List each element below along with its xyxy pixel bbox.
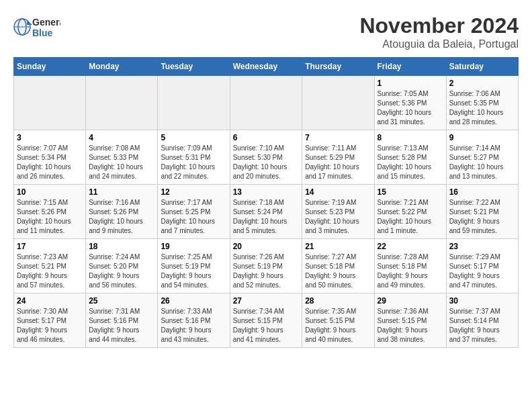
- calendar-cell: 22Sunrise: 7:28 AM Sunset: 5:18 PM Dayli…: [374, 239, 446, 293]
- day-number: 19: [161, 242, 226, 251]
- calendar-cell: [230, 76, 302, 130]
- calendar-cell: 5Sunrise: 7:09 AM Sunset: 5:31 PM Daylig…: [158, 130, 230, 185]
- day-number: 16: [449, 187, 515, 197]
- day-number: 24: [17, 296, 83, 306]
- weekday-header-wednesday: Wednesday: [230, 58, 302, 76]
- calendar-header: SundayMondayTuesdayWednesdayThursdayFrid…: [14, 58, 519, 76]
- day-info: Sunrise: 7:13 AM Sunset: 5:28 PM Dayligh…: [378, 144, 443, 181]
- day-info: Sunrise: 7:37 AM Sunset: 5:14 PM Dayligh…: [449, 307, 515, 345]
- day-info: Sunrise: 7:05 AM Sunset: 5:36 PM Dayligh…: [378, 89, 443, 127]
- svg-text:General: General: [32, 17, 60, 28]
- day-info: Sunrise: 7:28 AM Sunset: 5:18 PM Dayligh…: [378, 253, 443, 290]
- day-info: Sunrise: 7:21 AM Sunset: 5:22 PM Dayligh…: [378, 198, 443, 236]
- day-number: 28: [305, 296, 371, 306]
- day-info: Sunrise: 7:11 AM Sunset: 5:29 PM Dayligh…: [305, 144, 371, 181]
- svg-text:Blue: Blue: [32, 28, 53, 38]
- calendar-cell: [302, 76, 374, 130]
- calendar-cell: 14Sunrise: 7:19 AM Sunset: 5:23 PM Dayli…: [302, 185, 374, 239]
- title-area: November 2024 Atouguia da Baleia, Portug…: [359, 13, 519, 50]
- day-number: 9: [449, 133, 515, 142]
- day-info: Sunrise: 7:35 AM Sunset: 5:15 PM Dayligh…: [305, 307, 371, 345]
- day-number: 5: [161, 133, 226, 142]
- day-info: Sunrise: 7:23 AM Sunset: 5:21 PM Dayligh…: [17, 253, 83, 290]
- day-info: Sunrise: 7:19 AM Sunset: 5:23 PM Dayligh…: [305, 198, 371, 236]
- calendar-cell: 11Sunrise: 7:16 AM Sunset: 5:26 PM Dayli…: [86, 185, 158, 239]
- calendar-cell: 16Sunrise: 7:22 AM Sunset: 5:21 PM Dayli…: [446, 185, 518, 239]
- calendar-cell: 8Sunrise: 7:13 AM Sunset: 5:28 PM Daylig…: [374, 130, 446, 185]
- day-number: 17: [17, 242, 83, 251]
- day-info: Sunrise: 7:16 AM Sunset: 5:26 PM Dayligh…: [89, 198, 154, 236]
- day-number: 8: [378, 133, 443, 142]
- calendar-body: 1Sunrise: 7:05 AM Sunset: 5:36 PM Daylig…: [14, 76, 519, 348]
- calendar-cell: 26Sunrise: 7:33 AM Sunset: 5:16 PM Dayli…: [158, 293, 230, 348]
- day-number: 14: [305, 187, 371, 197]
- day-info: Sunrise: 7:14 AM Sunset: 5:27 PM Dayligh…: [449, 144, 515, 181]
- calendar-week-1: 1Sunrise: 7:05 AM Sunset: 5:36 PM Daylig…: [14, 76, 519, 130]
- day-info: Sunrise: 7:17 AM Sunset: 5:25 PM Dayligh…: [161, 198, 226, 236]
- calendar-week-4: 17Sunrise: 7:23 AM Sunset: 5:21 PM Dayli…: [14, 239, 519, 293]
- calendar-cell: 27Sunrise: 7:34 AM Sunset: 5:15 PM Dayli…: [230, 293, 302, 348]
- day-info: Sunrise: 7:33 AM Sunset: 5:16 PM Dayligh…: [161, 307, 226, 345]
- calendar-cell: 1Sunrise: 7:05 AM Sunset: 5:36 PM Daylig…: [374, 76, 446, 130]
- calendar-cell: 12Sunrise: 7:17 AM Sunset: 5:25 PM Dayli…: [158, 185, 230, 239]
- day-number: 25: [89, 296, 154, 306]
- calendar-cell: 10Sunrise: 7:15 AM Sunset: 5:26 PM Dayli…: [14, 185, 86, 239]
- calendar-cell: 3Sunrise: 7:07 AM Sunset: 5:34 PM Daylig…: [14, 130, 86, 185]
- calendar-cell: 18Sunrise: 7:24 AM Sunset: 5:20 PM Dayli…: [86, 239, 158, 293]
- weekday-header-monday: Monday: [86, 58, 158, 76]
- calendar-cell: 15Sunrise: 7:21 AM Sunset: 5:22 PM Dayli…: [374, 185, 446, 239]
- calendar-cell: 4Sunrise: 7:08 AM Sunset: 5:33 PM Daylig…: [86, 130, 158, 185]
- day-number: 13: [233, 187, 300, 197]
- weekday-header-thursday: Thursday: [302, 58, 374, 76]
- calendar-cell: 9Sunrise: 7:14 AM Sunset: 5:27 PM Daylig…: [446, 130, 518, 185]
- day-number: 4: [89, 133, 154, 142]
- day-number: 23: [449, 242, 515, 251]
- calendar-cell: [14, 76, 86, 130]
- day-info: Sunrise: 7:06 AM Sunset: 5:35 PM Dayligh…: [449, 89, 515, 127]
- day-info: Sunrise: 7:10 AM Sunset: 5:30 PM Dayligh…: [233, 144, 300, 181]
- page-header: GeneralBlue November 2024 Atouguia da Ba…: [13, 13, 519, 50]
- day-number: 15: [378, 187, 443, 197]
- day-info: Sunrise: 7:26 AM Sunset: 5:19 PM Dayligh…: [233, 253, 300, 290]
- day-number: 2: [449, 79, 515, 88]
- day-info: Sunrise: 7:08 AM Sunset: 5:33 PM Dayligh…: [89, 144, 154, 181]
- calendar-cell: 7Sunrise: 7:11 AM Sunset: 5:29 PM Daylig…: [302, 130, 374, 185]
- day-number: 1: [378, 79, 443, 88]
- calendar-cell: 29Sunrise: 7:36 AM Sunset: 5:15 PM Dayli…: [374, 293, 446, 348]
- day-number: 6: [233, 133, 300, 142]
- day-number: 29: [378, 296, 443, 306]
- weekday-header-tuesday: Tuesday: [158, 58, 230, 76]
- day-info: Sunrise: 7:29 AM Sunset: 5:17 PM Dayligh…: [449, 253, 515, 290]
- day-number: 21: [305, 242, 371, 251]
- day-info: Sunrise: 7:22 AM Sunset: 5:21 PM Dayligh…: [449, 198, 515, 236]
- day-info: Sunrise: 7:36 AM Sunset: 5:15 PM Dayligh…: [378, 307, 443, 345]
- location-subtitle: Atouguia da Baleia, Portugal: [359, 38, 519, 50]
- day-info: Sunrise: 7:27 AM Sunset: 5:18 PM Dayligh…: [305, 253, 371, 290]
- weekday-header-sunday: Sunday: [14, 58, 86, 76]
- month-title: November 2024: [359, 13, 519, 38]
- calendar-cell: 21Sunrise: 7:27 AM Sunset: 5:18 PM Dayli…: [302, 239, 374, 293]
- day-info: Sunrise: 7:30 AM Sunset: 5:17 PM Dayligh…: [17, 307, 83, 345]
- calendar-cell: 6Sunrise: 7:10 AM Sunset: 5:30 PM Daylig…: [230, 130, 302, 185]
- calendar-cell: 19Sunrise: 7:25 AM Sunset: 5:19 PM Dayli…: [158, 239, 230, 293]
- day-info: Sunrise: 7:18 AM Sunset: 5:24 PM Dayligh…: [233, 198, 300, 236]
- day-number: 18: [89, 242, 154, 251]
- calendar-week-5: 24Sunrise: 7:30 AM Sunset: 5:17 PM Dayli…: [14, 293, 519, 348]
- calendar-cell: [86, 76, 158, 130]
- day-number: 22: [378, 242, 443, 251]
- calendar-cell: 25Sunrise: 7:31 AM Sunset: 5:16 PM Dayli…: [86, 293, 158, 348]
- day-number: 7: [305, 133, 371, 142]
- day-number: 10: [17, 187, 83, 197]
- calendar-cell: 2Sunrise: 7:06 AM Sunset: 5:35 PM Daylig…: [446, 76, 518, 130]
- day-info: Sunrise: 7:25 AM Sunset: 5:19 PM Dayligh…: [161, 253, 226, 290]
- calendar-week-2: 3Sunrise: 7:07 AM Sunset: 5:34 PM Daylig…: [14, 130, 519, 185]
- day-number: 11: [89, 187, 154, 197]
- weekday-header-row: SundayMondayTuesdayWednesdayThursdayFrid…: [14, 58, 519, 76]
- calendar-cell: 23Sunrise: 7:29 AM Sunset: 5:17 PM Dayli…: [446, 239, 518, 293]
- calendar-cell: 24Sunrise: 7:30 AM Sunset: 5:17 PM Dayli…: [14, 293, 86, 348]
- day-number: 3: [17, 133, 83, 142]
- calendar-cell: 13Sunrise: 7:18 AM Sunset: 5:24 PM Dayli…: [230, 185, 302, 239]
- calendar-table: SundayMondayTuesdayWednesdayThursdayFrid…: [13, 57, 519, 348]
- day-number: 30: [449, 296, 515, 306]
- logo-svg: GeneralBlue: [13, 13, 60, 40]
